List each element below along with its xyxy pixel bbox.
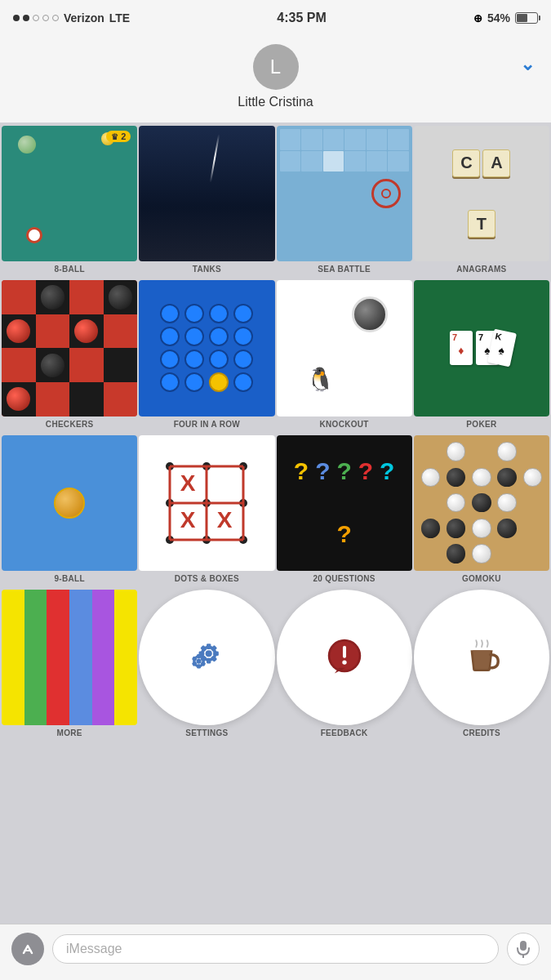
game-item-anagrams[interactable]: C A T ANAGRAMS [414, 126, 549, 278]
game-item-fourinrow[interactable]: FOUR IN A ROW [139, 280, 274, 433]
signal-dot-1 [13, 15, 20, 21]
gom-cell [521, 491, 544, 514]
coffee-cup-icon [460, 634, 504, 681]
sea-cell [367, 129, 388, 150]
network-label: LTE [109, 11, 130, 24]
svg-rect-26 [207, 644, 211, 649]
game-item-gomoku[interactable]: GOMOKU [414, 435, 549, 588]
svg-rect-45 [343, 646, 346, 658]
q-mark-blue: ? [315, 457, 330, 485]
sea-cell [301, 129, 322, 150]
avatar: L [253, 44, 299, 90]
gom-cell [495, 491, 519, 514]
fir-row-2 [160, 327, 253, 346]
fir-hole [209, 327, 229, 346]
checker-cell [36, 348, 70, 382]
game-item-dotsboxes[interactable]: X X X DOTS & BOXES [139, 435, 274, 588]
game-item-9ball[interactable]: 9-BALL [2, 435, 137, 588]
q-mark-green: ? [336, 457, 351, 485]
gom-cell [419, 516, 442, 540]
gom-cell [469, 466, 493, 489]
game-item-8ball[interactable]: ♛ 2 8-BALL [2, 126, 137, 278]
gom-cell [444, 440, 468, 464]
gom-cell [469, 491, 493, 514]
sea-cell [280, 129, 301, 150]
game-item-knockout[interactable]: 🐧 KNOCKOUT [277, 280, 412, 433]
fir-hole [233, 304, 253, 323]
gom-cell [444, 542, 468, 566]
game-item-poker[interactable]: 7 ♦ 7 ♠ K ♠ POKER [414, 280, 549, 433]
game-label-poker: POKER [464, 416, 498, 434]
game-label-seabattle: SEA BATTLE [316, 261, 372, 278]
ball-stripe [26, 227, 42, 243]
sea-cell [323, 151, 344, 172]
tile-a: A [482, 149, 510, 177]
fir-hole [209, 350, 229, 369]
game-label-20questions: 20 QUESTIONS [311, 571, 376, 588]
sea-cell [323, 129, 344, 150]
gom-cell [419, 466, 442, 489]
game-item-20questions[interactable]: ? ? ? ? ? ? 20 QUESTIONS [277, 435, 412, 588]
gom-cell [495, 542, 519, 566]
game-thumb-more [2, 590, 137, 725]
fir-row-4 [160, 372, 253, 392]
game-thumb-fourinrow [139, 280, 274, 416]
svg-rect-48 [520, 941, 527, 951]
credits-circle [414, 590, 549, 725]
sea-cell [344, 151, 366, 172]
game-item-checkers[interactable]: CHECKERS [2, 280, 137, 433]
game-thumb-gomoku [414, 435, 549, 571]
signal-dot-5 [52, 15, 59, 21]
game-label-8ball: 8-BALL [52, 261, 86, 278]
fir-row-3 [160, 350, 253, 369]
svg-text:X: X [217, 507, 233, 532]
q-mark-orange: ? [336, 520, 351, 548]
battery-fill [517, 14, 527, 22]
battery-percent: 54% [487, 11, 510, 24]
game-thumb-anagrams: C A T [414, 126, 549, 261]
fir-hole [160, 372, 180, 392]
game-item-settings[interactable]: SETTINGS [139, 590, 274, 742]
tank-streak [209, 134, 219, 182]
fir-hole [160, 327, 180, 346]
gear-svg [184, 634, 229, 678]
fir-hole [184, 350, 204, 369]
feedback-circle [277, 590, 412, 725]
gom-cell [495, 516, 519, 540]
chevron-down-icon[interactable]: ⌄ [520, 54, 535, 75]
game-thumb-20q: ? ? ? ? ? ? [277, 435, 412, 571]
fir-row-1 [160, 304, 253, 323]
game-label-dotsboxes: DOTS & BOXES [173, 571, 241, 588]
gom-cell [444, 466, 468, 489]
svg-point-46 [342, 660, 346, 664]
crown-icon: ♛ [111, 132, 118, 141]
checker-cell [69, 382, 104, 416]
mic-button[interactable] [507, 933, 540, 965]
message-input[interactable]: iMessage [52, 934, 499, 964]
checker-cell [36, 280, 70, 314]
mic-icon [516, 940, 531, 958]
feedback-icon [322, 634, 367, 681]
app-store-button[interactable] [11, 933, 44, 965]
gom-cell [521, 466, 544, 489]
game-item-seabattle[interactable]: SEA BATTLE [277, 126, 412, 278]
game-item-more[interactable]: MORE [2, 590, 137, 742]
sea-cell [344, 129, 366, 150]
checker-cell [104, 382, 138, 416]
game-item-credits[interactable]: CREDITS [414, 590, 549, 742]
user-name: Little Cristina [238, 95, 313, 109]
gom-cell [495, 440, 519, 464]
ko-ball-top [352, 296, 388, 332]
game-item-tanks[interactable]: TANKS [139, 126, 274, 278]
status-left: Verizon LTE [13, 11, 130, 24]
gom-cell [469, 440, 493, 464]
checker-cell [104, 280, 138, 314]
tile-t: T [468, 210, 495, 238]
message-placeholder: iMessage [66, 942, 122, 956]
coffee-svg [460, 634, 504, 678]
game-label-settings: SETTINGS [184, 725, 229, 742]
svg-text:X: X [180, 470, 196, 496]
game-item-feedback[interactable]: FEEDBACK [277, 590, 412, 742]
game-label-more: MORE [56, 725, 84, 742]
game-thumb-checkers [2, 280, 137, 416]
